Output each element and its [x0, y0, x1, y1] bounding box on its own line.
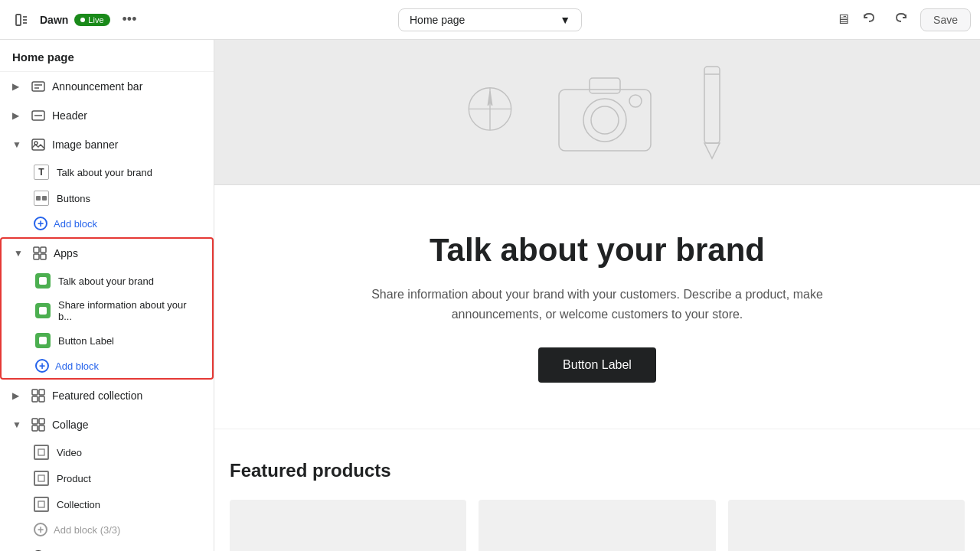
sidebar-item-apps-button[interactable]: Button Label — [2, 328, 212, 354]
svg-rect-16 — [39, 390, 44, 395]
talk-brand-icon: T — [34, 165, 49, 180]
buttons-label: Buttons — [57, 193, 90, 204]
live-dot — [80, 18, 85, 22]
collage-header[interactable]: ▼ Collage — [0, 410, 214, 439]
apps-talk-label: Talk about your brand — [58, 276, 154, 287]
featured-collection-label: Featured collection — [52, 390, 142, 402]
svg-rect-11 — [34, 247, 39, 253]
live-label: Live — [88, 15, 103, 24]
header-label: Header — [52, 109, 87, 122]
content-section: Talk about your brand Share information … — [214, 185, 980, 429]
more-button[interactable]: ••• — [116, 8, 143, 31]
theme-name: Dawn — [40, 14, 68, 26]
sidebar-item-collage-product[interactable]: Product — [0, 465, 214, 491]
add-circle-disabled-icon: + — [34, 523, 47, 536]
svg-rect-36 — [590, 78, 620, 93]
topbar-left: Dawn Live ••• — [9, 8, 325, 32]
svg-rect-13 — [34, 254, 39, 259]
header-icon — [31, 108, 46, 123]
featured-title: Featured products — [230, 460, 965, 481]
svg-rect-4 — [32, 82, 44, 91]
apps-button-icon — [35, 333, 51, 348]
sidebar-section-collage: ▼ Collage Video — [0, 410, 214, 542]
sidebar-item-talk-brand[interactable]: T Talk about your brand — [0, 159, 214, 185]
svg-rect-9 — [32, 139, 44, 150]
product-card-1 — [230, 500, 466, 551]
sidebar-item-collage-collection[interactable]: Collection — [0, 491, 214, 517]
expand-icon: ▶ — [12, 390, 24, 401]
add-block-apps[interactable]: + Add block — [2, 354, 212, 378]
topbar-right: 🖥 Save — [655, 8, 971, 31]
collage-collection-label: Collection — [57, 499, 100, 510]
collage-label: Collage — [52, 419, 88, 431]
svg-rect-14 — [41, 254, 46, 259]
apps-button-label: Button Label — [58, 335, 114, 347]
page-selector-value: Home page — [410, 14, 465, 26]
svg-rect-0 — [16, 15, 21, 25]
topbar: Dawn Live ••• Home page ▼ 🖥 Save — [0, 0, 980, 40]
sidebar-item-header[interactable]: ▶ Header — [0, 101, 214, 130]
svg-rect-22 — [39, 425, 44, 431]
sidebar: Home page ▶ Announcement bar ▶ — [0, 40, 214, 551]
svg-rect-15 — [32, 390, 38, 395]
collage-video-label: Video — [57, 447, 82, 458]
svg-rect-19 — [32, 419, 38, 424]
redo-button[interactable] — [888, 8, 914, 31]
sidebar-item-apps-share[interactable]: Share information about your b... — [2, 294, 212, 328]
apps-share-label: Share information about your b... — [58, 299, 200, 322]
undo-button[interactable] — [856, 8, 882, 31]
collage-product-icon — [34, 471, 49, 486]
expand-icon: ▶ — [12, 81, 24, 92]
expand-icon: ▼ — [12, 419, 24, 430]
svg-rect-38 — [704, 67, 720, 143]
sidebar-item-buttons[interactable]: Buttons — [0, 185, 214, 211]
content-desc: Share information about your brand with … — [337, 285, 858, 324]
topbar-center: Home page ▼ — [332, 8, 648, 31]
hero-banner — [214, 40, 980, 185]
sidebar-item-video[interactable]: ▶ Video — [0, 542, 214, 551]
svg-marker-39 — [704, 143, 720, 158]
collage-video-icon — [34, 445, 49, 460]
sidebar-item-featured-collection[interactable]: ▶ Featured collection — [0, 381, 214, 410]
expand-icon: ▼ — [12, 139, 24, 150]
page-selector[interactable]: Home page ▼ — [398, 8, 582, 31]
main-content: Home page ▶ Announcement bar ▶ — [0, 40, 980, 551]
featured-collection-icon — [31, 388, 46, 403]
apps-header[interactable]: ▼ Apps — [2, 239, 212, 268]
svg-point-37 — [629, 95, 642, 107]
sidebar-section-image-banner: ▼ Image banner T Talk about your brand — [0, 130, 214, 236]
sidebar-item-announcement[interactable]: ▶ Announcement bar — [0, 72, 214, 101]
svg-rect-12 — [41, 247, 46, 253]
add-circle-icon: + — [35, 359, 49, 373]
svg-point-35 — [591, 106, 619, 134]
add-circle-icon: + — [34, 217, 47, 230]
add-block-collage: + Add block (3/3) — [0, 517, 214, 542]
product-card-2 — [479, 500, 715, 551]
svg-rect-17 — [32, 396, 38, 402]
cta-button[interactable]: Button Label — [538, 347, 656, 383]
apps-share-icon — [35, 303, 51, 318]
content-title: Talk about your brand — [230, 231, 965, 269]
add-block-label: Add block — [54, 218, 97, 230]
add-block-image-banner[interactable]: + Add block — [0, 211, 214, 236]
sidebar-item-collage-video[interactable]: Video — [0, 439, 214, 465]
add-block-apps-label: Add block — [55, 360, 99, 372]
save-button[interactable]: Save — [920, 8, 971, 31]
image-banner-label: Image banner — [52, 139, 118, 151]
collage-collection-icon — [34, 497, 49, 512]
svg-rect-20 — [39, 419, 44, 424]
apps-icon — [32, 246, 47, 261]
sidebar-section-apps: ▼ Apps Talk about your brand — [0, 237, 214, 380]
svg-rect-23 — [38, 449, 44, 455]
preview-inner: Talk about your brand Share information … — [214, 40, 980, 551]
sidebar-item-apps-talk[interactable]: Talk about your brand — [2, 268, 212, 294]
image-banner-header[interactable]: ▼ Image banner — [0, 130, 214, 159]
svg-point-34 — [583, 99, 626, 142]
apps-talk-icon — [35, 273, 51, 289]
chevron-down-icon: ▼ — [560, 14, 570, 26]
sidebar-toggle-button[interactable] — [9, 8, 34, 32]
expand-icon: ▼ — [14, 248, 26, 259]
collage-icon — [31, 417, 46, 432]
svg-rect-24 — [38, 475, 44, 481]
product-grid — [230, 500, 965, 551]
